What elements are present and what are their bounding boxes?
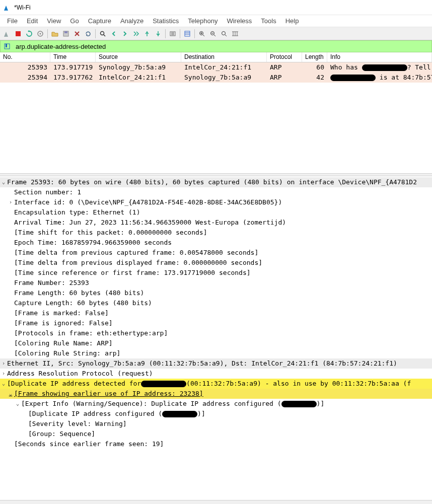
menu-edit[interactable]: Edit — [23, 16, 42, 26]
detail-line[interactable]: [Frame is ignored: False] — [0, 318, 432, 328]
zoom-out-icon[interactable] — [208, 29, 218, 39]
bookmark-filter-icon[interactable] — [3, 42, 12, 51]
packet-list-header: No. Time Source Destination Protocol Len… — [0, 52, 432, 62]
toolbar — [0, 27, 432, 40]
redacted-ip — [281, 401, 317, 407]
menu-file[interactable]: File — [3, 16, 22, 26]
find-icon[interactable] — [98, 29, 108, 39]
detail-line[interactable]: [Frame is marked: False] — [0, 308, 432, 318]
menu-wireless[interactable]: Wireless — [223, 16, 256, 26]
collapse-icon[interactable]: ⌄ — [14, 399, 21, 409]
cell-no: 25394 — [0, 73, 50, 83]
collapse-icon[interactable]: ⌄ — [0, 379, 7, 389]
restart-icon[interactable] — [24, 29, 34, 39]
detail-line[interactable]: [Group: Sequence] — [0, 429, 432, 439]
first-icon[interactable] — [142, 29, 152, 39]
shark-fin-icon[interactable] — [2, 29, 12, 39]
options-icon[interactable] — [35, 29, 45, 39]
svg-point-5 — [101, 31, 104, 35]
last-icon[interactable] — [153, 29, 163, 39]
col-protocol[interactable]: Protocol — [267, 52, 302, 62]
detail-line[interactable]: [Protocols in frame: eth:ethertype:arp] — [0, 328, 432, 338]
packet-details[interactable]: ⌄Frame 25393: 60 bytes on wire (480 bits… — [0, 176, 432, 500]
zoom-reset-icon[interactable] — [219, 29, 229, 39]
expand-icon[interactable]: › — [0, 358, 7, 369]
expand-icon[interactable]: › — [0, 369, 7, 379]
detail-line[interactable]: [Time delta from previous captured frame… — [0, 248, 432, 258]
col-destination[interactable]: Destination — [181, 52, 267, 62]
detail-line[interactable]: Arrival Time: Jun 27, 2023 11:56:34.9663… — [0, 218, 432, 228]
auto-scroll-icon[interactable] — [168, 29, 178, 39]
svg-rect-4 — [64, 31, 67, 33]
save-icon[interactable] — [61, 29, 71, 39]
detail-line[interactable]: Epoch Time: 1687859794.966359000 seconds — [0, 238, 432, 248]
detail-line[interactable]: [Time shift for this packet: 0.000000000… — [0, 228, 432, 238]
menu-help[interactable]: Help — [281, 16, 303, 26]
collapse-icon[interactable]: ⌄ — [0, 177, 7, 187]
detail-line[interactable]: [Coloring Rule String: arp] — [0, 348, 432, 358]
collapse-icon[interactable]: ⌄ — [7, 389, 14, 399]
menu-view[interactable]: View — [43, 16, 65, 26]
redacted-ip — [330, 75, 376, 81]
col-time[interactable]: Time — [50, 52, 96, 62]
detail-line[interactable]: [Duplicate IP address configured ()] — [0, 409, 432, 419]
resize-cols-icon[interactable] — [230, 29, 240, 39]
zoom-in-icon[interactable] — [197, 29, 207, 39]
toolbar-separator — [194, 29, 195, 38]
detail-line[interactable]: [Seconds since earlier frame seen: 19] — [0, 439, 432, 449]
duplicate-ip-header[interactable]: ⌄[Duplicate IP address detected for (00:… — [0, 379, 432, 389]
detail-line[interactable]: Section number: 1 — [0, 187, 432, 197]
jump-icon[interactable] — [131, 29, 141, 39]
menu-capture[interactable]: Capture — [84, 16, 115, 26]
cell-length: 42 — [302, 73, 327, 83]
cell-source: Synology_7b:5a:a9 — [96, 62, 181, 73]
menu-bar: File Edit View Go Capture Analyze Statis… — [0, 15, 432, 27]
toolbar-separator — [95, 29, 96, 38]
detail-line[interactable]: Frame Length: 60 bytes (480 bits) — [0, 288, 432, 298]
arp-header[interactable]: ›Address Resolution Protocol (request) — [0, 369, 432, 379]
next-icon[interactable] — [120, 29, 130, 39]
cell-time: 173.917762 — [50, 73, 96, 83]
menu-tools[interactable]: Tools — [257, 16, 280, 26]
reload-icon[interactable] — [83, 29, 93, 39]
cell-protocol: ARP — [267, 73, 302, 83]
open-icon[interactable] — [50, 29, 60, 39]
close-icon[interactable] — [72, 29, 82, 39]
svg-point-2 — [40, 33, 41, 34]
cell-info: is at 84:7b:57: — [327, 73, 432, 83]
detail-line[interactable]: [Time since reference or first frame: 17… — [0, 268, 432, 278]
cell-info: Who has ? Tell — [327, 62, 432, 73]
redacted-ip — [362, 64, 407, 71]
menu-telephony[interactable]: Telephony — [184, 16, 222, 26]
detail-line[interactable]: [Severity level: Warning] — [0, 419, 432, 429]
cell-source: IntelCor_24:21:f1 — [96, 73, 181, 83]
packet-row[interactable]: 25393 173.917719 Synology_7b:5a:a9 Intel… — [0, 62, 432, 73]
stop-record-icon[interactable] — [13, 29, 23, 39]
expand-icon[interactable]: › — [7, 197, 14, 207]
menu-go[interactable]: Go — [66, 16, 83, 26]
detail-line[interactable]: Frame Number: 25393 — [0, 278, 432, 288]
col-info[interactable]: Info — [327, 52, 432, 62]
expert-info[interactable]: ⌄[Expert Info (Warning/Sequence): Duplic… — [0, 399, 432, 409]
col-length[interactable]: Length — [302, 52, 327, 62]
detail-line[interactable]: Capture Length: 60 bytes (480 bits) — [0, 298, 432, 308]
prev-icon[interactable] — [109, 29, 119, 39]
col-no[interactable]: No. — [0, 52, 50, 62]
detail-line[interactable]: [Coloring Rule Name: ARP] — [0, 338, 432, 348]
display-filter-input[interactable] — [14, 42, 431, 51]
ethernet-header[interactable]: ›Ethernet II, Src: Synology_7b:5a:a9 (00… — [0, 358, 432, 369]
colorize-icon[interactable] — [182, 29, 192, 39]
packet-row[interactable]: 25394 173.917762 IntelCor_24:21:f1 Synol… — [0, 73, 432, 83]
frame-link[interactable]: ⌄[Frame showing earlier use of IP addres… — [0, 389, 432, 399]
menu-analyze[interactable]: Analyze — [116, 16, 148, 26]
svg-rect-7 — [185, 31, 190, 36]
detail-line[interactable]: ›Interface id: 0 (\Device\NPF_{A4781D2A-… — [0, 197, 432, 207]
bottom-splitter[interactable] — [0, 500, 432, 504]
menu-statistics[interactable]: Statistics — [149, 16, 183, 26]
window-title: *Wi-Fi — [14, 4, 31, 11]
detail-line[interactable]: [Time delta from previous displayed fram… — [0, 258, 432, 268]
col-source[interactable]: Source — [96, 52, 181, 62]
frame-header[interactable]: ⌄Frame 25393: 60 bytes on wire (480 bits… — [0, 177, 432, 187]
packet-list[interactable]: 25393 173.917719 Synology_7b:5a:a9 Intel… — [0, 62, 432, 173]
detail-line[interactable]: Encapsulation type: Ethernet (1) — [0, 207, 432, 218]
